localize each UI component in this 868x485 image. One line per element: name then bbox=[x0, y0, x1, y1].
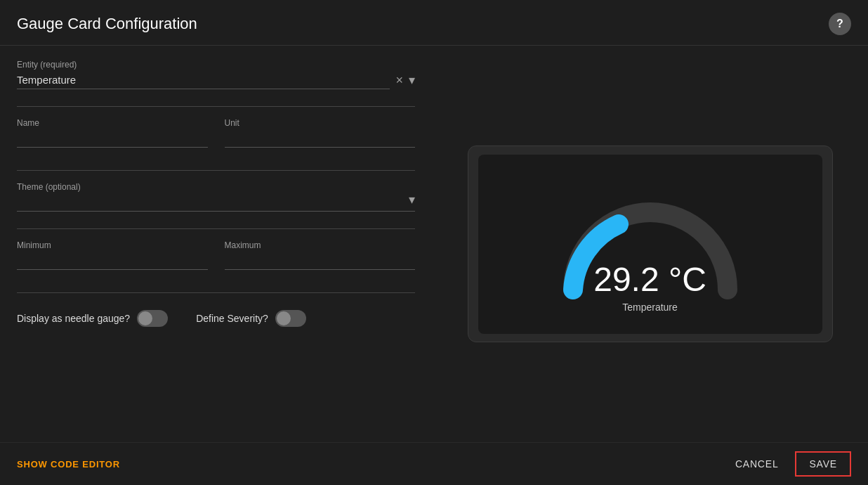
needle-toggle-item: Display as needle gauge? bbox=[17, 310, 168, 327]
severity-toggle-label: Define Severity? bbox=[196, 313, 268, 324]
theme-label: Theme (optional) bbox=[17, 182, 415, 192]
theme-field-row: Theme (optional) ▾ bbox=[17, 182, 415, 212]
dialog-container: Gauge Card Configuration ? Entity (requi… bbox=[0, 0, 868, 485]
gauge-entity-label: Temperature bbox=[478, 302, 822, 313]
preview-panel: 29.2 °C Temperature bbox=[432, 46, 868, 442]
needle-toggle[interactable] bbox=[137, 310, 168, 327]
minimum-label: Minimum bbox=[17, 240, 208, 250]
entity-input[interactable] bbox=[17, 71, 390, 89]
gauge-inner: 29.2 °C Temperature bbox=[478, 155, 822, 334]
unit-input[interactable] bbox=[225, 129, 416, 148]
dialog-header: Gauge Card Configuration ? bbox=[0, 0, 868, 46]
name-input[interactable] bbox=[17, 129, 208, 148]
maximum-field-group: Maximum bbox=[225, 240, 416, 270]
dialog-body: Entity (required) × ▾ Name Unit bbox=[0, 46, 868, 442]
entity-field: Entity (required) bbox=[17, 60, 390, 89]
severity-toggle[interactable] bbox=[275, 310, 306, 327]
footer-actions: CANCEL SAVE bbox=[727, 451, 851, 477]
gauge-value-container: 29.2 °C Temperature bbox=[478, 260, 822, 313]
unit-field-group: Unit bbox=[225, 118, 416, 148]
dialog-title: Gauge Card Configuration bbox=[17, 15, 197, 33]
minimum-input[interactable] bbox=[17, 252, 208, 270]
entity-clear-button[interactable]: × bbox=[395, 74, 403, 86]
minimum-field-group: Minimum bbox=[17, 240, 208, 270]
maximum-label: Maximum bbox=[225, 240, 416, 250]
theme-input[interactable] bbox=[17, 193, 415, 212]
name-unit-row: Name Unit bbox=[17, 118, 415, 153]
entity-divider bbox=[17, 106, 415, 107]
dialog-footer: SHOW CODE EDITOR CANCEL SAVE bbox=[0, 442, 868, 485]
maximum-input[interactable] bbox=[225, 252, 416, 270]
entity-icons: × ▾ bbox=[395, 74, 415, 89]
entity-label: Entity (required) bbox=[17, 60, 390, 70]
name-unit-divider bbox=[17, 170, 415, 171]
unit-label: Unit bbox=[225, 118, 416, 128]
min-max-divider bbox=[17, 292, 415, 293]
help-button[interactable]: ? bbox=[829, 13, 851, 35]
theme-divider bbox=[17, 228, 415, 229]
min-max-row: Minimum Maximum bbox=[17, 240, 415, 276]
name-field-group: Name bbox=[17, 118, 208, 148]
needle-toggle-label: Display as needle gauge? bbox=[17, 313, 130, 324]
severity-toggle-item: Define Severity? bbox=[196, 310, 306, 327]
config-panel: Entity (required) × ▾ Name Unit bbox=[0, 46, 432, 442]
theme-field: Theme (optional) bbox=[17, 182, 415, 212]
show-code-editor-button[interactable]: SHOW CODE EDITOR bbox=[17, 459, 120, 470]
gauge-card: 29.2 °C Temperature bbox=[468, 146, 833, 342]
save-button[interactable]: SAVE bbox=[795, 451, 851, 477]
entity-dropdown-button[interactable]: ▾ bbox=[409, 74, 415, 86]
cancel-button[interactable]: CANCEL bbox=[727, 453, 787, 475]
gauge-value: 29.2 °C bbox=[478, 260, 822, 299]
name-label: Name bbox=[17, 118, 208, 128]
toggle-row: Display as needle gauge? Define Severity… bbox=[17, 310, 415, 327]
entity-field-row: Entity (required) × ▾ bbox=[17, 60, 415, 89]
